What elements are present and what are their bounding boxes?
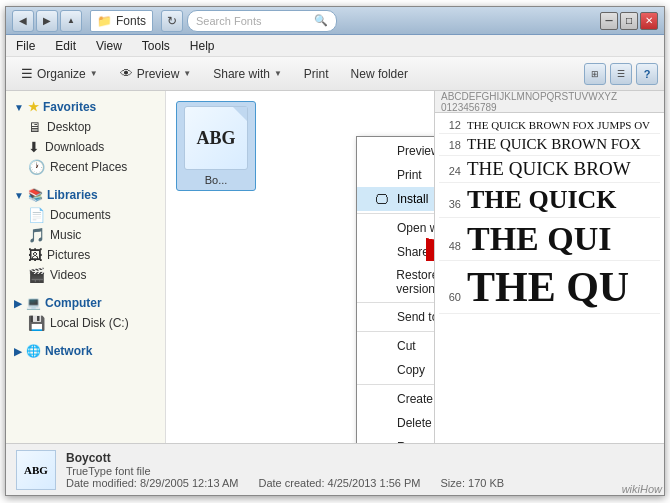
help-button[interactable]: ? bbox=[636, 63, 658, 85]
organize-label: Organize bbox=[37, 67, 86, 81]
file-label-boycott: Bo... bbox=[205, 174, 228, 186]
preview-text-48: THE QUI bbox=[467, 220, 612, 258]
ctx-sep-1 bbox=[357, 213, 434, 214]
size-label-48: 48 bbox=[439, 240, 467, 252]
sidebar-item-documents[interactable]: 📄 Documents bbox=[6, 205, 165, 225]
ctx-print[interactable]: Print bbox=[357, 163, 434, 187]
libraries-section: ▼ 📚 Libraries 📄 Documents 🎵 Music 🖼 Pict… bbox=[6, 185, 165, 285]
libraries-label: Libraries bbox=[47, 188, 98, 202]
menu-bar: File Edit View Tools Help bbox=[6, 35, 664, 57]
preview-button[interactable]: 👁 Preview ▼ bbox=[111, 60, 201, 88]
network-header[interactable]: ▶ 🌐 Network bbox=[6, 341, 165, 361]
organize-button[interactable]: ☰ Organize ▼ bbox=[12, 60, 107, 88]
ctx-preview-label: Preview bbox=[397, 144, 434, 158]
forward-button[interactable]: ▶ bbox=[36, 10, 58, 32]
ctx-share[interactable]: Share with ▶ bbox=[357, 240, 434, 264]
menu-view[interactable]: View bbox=[92, 37, 126, 55]
size-label-18: 18 bbox=[439, 139, 467, 151]
ctx-delete[interactable]: Delete bbox=[357, 411, 434, 435]
nav-buttons: ◀ ▶ ▲ bbox=[12, 10, 82, 32]
share-label: Share with bbox=[213, 67, 270, 81]
back-button[interactable]: ◀ bbox=[12, 10, 34, 32]
search-bar[interactable]: Search Fonts 🔍 bbox=[187, 10, 337, 32]
ctx-cut[interactable]: Cut bbox=[357, 334, 434, 358]
sidebar-item-pictures[interactable]: 🖼 Pictures bbox=[6, 245, 165, 265]
ctx-install-icon: 🖵 bbox=[373, 191, 389, 207]
menu-help[interactable]: Help bbox=[186, 37, 219, 55]
main-content: ▼ ★ Favorites 🖥 Desktop ⬇ Downloads 🕐 Re… bbox=[6, 91, 664, 443]
sidebar-item-downloads[interactable]: ⬇ Downloads bbox=[6, 137, 165, 157]
network-icon: 🌐 bbox=[26, 344, 41, 358]
libraries-header[interactable]: ▼ 📚 Libraries bbox=[6, 185, 165, 205]
watermark: wikiHow bbox=[622, 483, 662, 495]
file-icon-text: ABG bbox=[196, 128, 235, 149]
menu-file[interactable]: File bbox=[12, 37, 39, 55]
ctx-restore-label: Restore previous versions bbox=[396, 268, 434, 296]
status-date-created: Date created: 4/25/2013 1:56 PM bbox=[258, 477, 420, 489]
ctx-delete-label: Delete bbox=[397, 416, 432, 430]
view-icon-button[interactable]: ⊞ bbox=[584, 63, 606, 85]
status-meta: Date modified: 8/29/2005 12:13 AM Date c… bbox=[66, 477, 504, 489]
preview-row-48: 48 THE QUI bbox=[439, 218, 660, 261]
file-item-boycott[interactable]: ABG Bo... bbox=[176, 101, 256, 191]
ctx-rename[interactable]: Rename bbox=[357, 435, 434, 443]
sidebar-localdisk-label: Local Disk (C:) bbox=[50, 316, 129, 330]
favorites-header[interactable]: ▼ ★ Favorites bbox=[6, 97, 165, 117]
preview-row-60: 60 THE QU bbox=[439, 261, 660, 314]
close-button[interactable]: ✕ bbox=[640, 12, 658, 30]
minimize-button[interactable]: ─ bbox=[600, 12, 618, 30]
sidebar-item-localdisk[interactable]: 💾 Local Disk (C:) bbox=[6, 313, 165, 333]
size-label-36: 36 bbox=[439, 198, 467, 210]
organize-arrow: ▼ bbox=[90, 69, 98, 78]
menu-edit[interactable]: Edit bbox=[51, 37, 80, 55]
ctx-sendto[interactable]: Send to ▶ bbox=[357, 305, 434, 329]
share-button[interactable]: Share with ▼ bbox=[204, 60, 291, 88]
ctx-copy[interactable]: Copy bbox=[357, 358, 434, 382]
ctx-open-label: Open with... bbox=[397, 221, 434, 235]
size-label-12: 12 bbox=[439, 119, 467, 131]
new-folder-button[interactable]: New folder bbox=[342, 60, 417, 88]
preview-panel: ABCDEFGHIJKLMNOPQRSTUVWXYZ 0123456789 12… bbox=[434, 91, 664, 443]
sidebar: ▼ ★ Favorites 🖥 Desktop ⬇ Downloads 🕐 Re… bbox=[6, 91, 166, 443]
ctx-preview[interactable]: Preview bbox=[357, 139, 434, 163]
ctx-preview-icon bbox=[373, 143, 389, 159]
maximize-button[interactable]: □ bbox=[620, 12, 638, 30]
sidebar-item-recent[interactable]: 🕐 Recent Places bbox=[6, 157, 165, 177]
ctx-install[interactable]: 🖵 Install bbox=[357, 187, 434, 211]
sidebar-item-music[interactable]: 🎵 Music bbox=[6, 225, 165, 245]
menu-tools[interactable]: Tools bbox=[138, 37, 174, 55]
libraries-toggle: ▼ bbox=[14, 190, 24, 201]
localdisk-icon: 💾 bbox=[28, 315, 45, 331]
computer-header[interactable]: ▶ 💻 Computer bbox=[6, 293, 165, 313]
ctx-shortcut-label: Create shortcut bbox=[397, 392, 434, 406]
status-info: Boycott TrueType font file Date modified… bbox=[66, 451, 504, 489]
sidebar-desktop-label: Desktop bbox=[47, 120, 91, 134]
status-filetype: TrueType font file bbox=[66, 465, 504, 477]
ctx-rename-icon bbox=[373, 439, 389, 443]
print-button[interactable]: Print bbox=[295, 60, 338, 88]
computer-section: ▶ 💻 Computer 💾 Local Disk (C:) bbox=[6, 293, 165, 333]
ctx-copy-label: Copy bbox=[397, 363, 425, 377]
ctx-rename-label: Rename bbox=[397, 440, 434, 443]
explorer-window: ◀ ▶ ▲ 📁 Fonts ↻ Search Fonts 🔍 ─ □ ✕ Fil… bbox=[5, 6, 665, 496]
sidebar-item-videos[interactable]: 🎬 Videos bbox=[6, 265, 165, 285]
desktop-icon: 🖥 bbox=[28, 119, 42, 135]
ctx-restore[interactable]: Restore previous versions bbox=[357, 264, 434, 300]
toolbar: ☰ Organize ▼ 👁 Preview ▼ Share with ▼ Pr… bbox=[6, 57, 664, 91]
videos-icon: 🎬 bbox=[28, 267, 45, 283]
address-bar[interactable]: 📁 Fonts bbox=[90, 10, 153, 32]
refresh-button[interactable]: ↻ bbox=[161, 10, 183, 32]
sidebar-item-desktop[interactable]: 🖥 Desktop bbox=[6, 117, 165, 137]
view-list-button[interactable]: ☰ bbox=[610, 63, 632, 85]
up-button[interactable]: ▲ bbox=[60, 10, 82, 32]
network-section: ▶ 🌐 Network bbox=[6, 341, 165, 361]
ctx-cut-icon bbox=[373, 338, 389, 354]
ctx-copy-icon bbox=[373, 362, 389, 378]
ctx-create-shortcut[interactable]: Create shortcut bbox=[357, 387, 434, 411]
ctx-share-label: Share with bbox=[397, 245, 434, 259]
ctx-open-with[interactable]: Open with... bbox=[357, 216, 434, 240]
preview-top-bar: ABCDEFGHIJKLMNOPQRSTUVWXYZ 0123456789 bbox=[435, 91, 664, 113]
sidebar-downloads-label: Downloads bbox=[45, 140, 104, 154]
preview-row-24: 24 THE QUICK BROW bbox=[439, 156, 660, 183]
status-icon-text: ABG bbox=[24, 464, 48, 476]
